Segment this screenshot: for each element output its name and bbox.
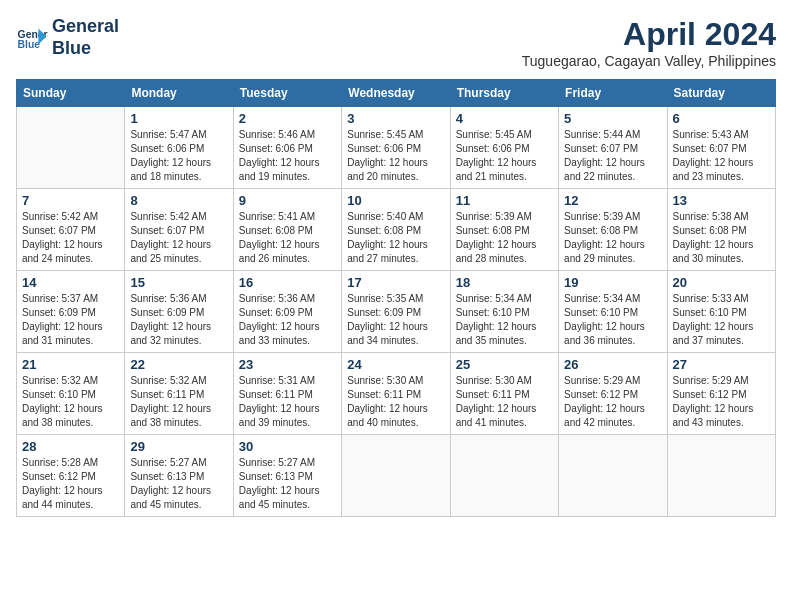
day-info: Sunrise: 5:41 AM Sunset: 6:08 PM Dayligh… [239, 210, 336, 266]
day-cell: 19Sunrise: 5:34 AM Sunset: 6:10 PM Dayli… [559, 271, 667, 353]
day-number: 7 [22, 193, 119, 208]
day-number: 29 [130, 439, 227, 454]
day-cell [559, 435, 667, 517]
day-number: 6 [673, 111, 770, 126]
day-info: Sunrise: 5:36 AM Sunset: 6:09 PM Dayligh… [130, 292, 227, 348]
day-number: 30 [239, 439, 336, 454]
day-number: 2 [239, 111, 336, 126]
day-info: Sunrise: 5:27 AM Sunset: 6:13 PM Dayligh… [239, 456, 336, 512]
day-info: Sunrise: 5:30 AM Sunset: 6:11 PM Dayligh… [347, 374, 444, 430]
day-info: Sunrise: 5:30 AM Sunset: 6:11 PM Dayligh… [456, 374, 553, 430]
day-cell: 1Sunrise: 5:47 AM Sunset: 6:06 PM Daylig… [125, 107, 233, 189]
month-title: April 2024 [522, 16, 776, 53]
day-number: 20 [673, 275, 770, 290]
day-info: Sunrise: 5:34 AM Sunset: 6:10 PM Dayligh… [564, 292, 661, 348]
day-number: 11 [456, 193, 553, 208]
day-info: Sunrise: 5:45 AM Sunset: 6:06 PM Dayligh… [456, 128, 553, 184]
day-cell: 21Sunrise: 5:32 AM Sunset: 6:10 PM Dayli… [17, 353, 125, 435]
day-info: Sunrise: 5:29 AM Sunset: 6:12 PM Dayligh… [673, 374, 770, 430]
day-number: 17 [347, 275, 444, 290]
day-info: Sunrise: 5:45 AM Sunset: 6:06 PM Dayligh… [347, 128, 444, 184]
day-info: Sunrise: 5:42 AM Sunset: 6:07 PM Dayligh… [22, 210, 119, 266]
day-info: Sunrise: 5:39 AM Sunset: 6:08 PM Dayligh… [564, 210, 661, 266]
day-number: 12 [564, 193, 661, 208]
day-info: Sunrise: 5:39 AM Sunset: 6:08 PM Dayligh… [456, 210, 553, 266]
day-cell [342, 435, 450, 517]
day-info: Sunrise: 5:38 AM Sunset: 6:08 PM Dayligh… [673, 210, 770, 266]
day-cell: 24Sunrise: 5:30 AM Sunset: 6:11 PM Dayli… [342, 353, 450, 435]
weekday-header-tuesday: Tuesday [233, 80, 341, 107]
day-number: 10 [347, 193, 444, 208]
day-number: 1 [130, 111, 227, 126]
day-number: 22 [130, 357, 227, 372]
day-number: 28 [22, 439, 119, 454]
day-cell: 30Sunrise: 5:27 AM Sunset: 6:13 PM Dayli… [233, 435, 341, 517]
day-cell: 6Sunrise: 5:43 AM Sunset: 6:07 PM Daylig… [667, 107, 775, 189]
day-cell [667, 435, 775, 517]
day-info: Sunrise: 5:32 AM Sunset: 6:11 PM Dayligh… [130, 374, 227, 430]
day-cell: 8Sunrise: 5:42 AM Sunset: 6:07 PM Daylig… [125, 189, 233, 271]
day-cell: 23Sunrise: 5:31 AM Sunset: 6:11 PM Dayli… [233, 353, 341, 435]
day-info: Sunrise: 5:40 AM Sunset: 6:08 PM Dayligh… [347, 210, 444, 266]
weekday-header-thursday: Thursday [450, 80, 558, 107]
day-number: 16 [239, 275, 336, 290]
day-number: 26 [564, 357, 661, 372]
day-number: 4 [456, 111, 553, 126]
day-number: 14 [22, 275, 119, 290]
day-info: Sunrise: 5:33 AM Sunset: 6:10 PM Dayligh… [673, 292, 770, 348]
week-row-5: 28Sunrise: 5:28 AM Sunset: 6:12 PM Dayli… [17, 435, 776, 517]
day-info: Sunrise: 5:36 AM Sunset: 6:09 PM Dayligh… [239, 292, 336, 348]
day-number: 9 [239, 193, 336, 208]
day-cell: 29Sunrise: 5:27 AM Sunset: 6:13 PM Dayli… [125, 435, 233, 517]
day-number: 5 [564, 111, 661, 126]
day-number: 21 [22, 357, 119, 372]
day-cell: 16Sunrise: 5:36 AM Sunset: 6:09 PM Dayli… [233, 271, 341, 353]
day-number: 18 [456, 275, 553, 290]
day-info: Sunrise: 5:29 AM Sunset: 6:12 PM Dayligh… [564, 374, 661, 430]
day-cell: 18Sunrise: 5:34 AM Sunset: 6:10 PM Dayli… [450, 271, 558, 353]
title-block: April 2024 Tuguegarao, Cagayan Valley, P… [522, 16, 776, 69]
day-cell: 14Sunrise: 5:37 AM Sunset: 6:09 PM Dayli… [17, 271, 125, 353]
day-number: 15 [130, 275, 227, 290]
location-title: Tuguegarao, Cagayan Valley, Philippines [522, 53, 776, 69]
day-cell: 20Sunrise: 5:33 AM Sunset: 6:10 PM Dayli… [667, 271, 775, 353]
day-info: Sunrise: 5:35 AM Sunset: 6:09 PM Dayligh… [347, 292, 444, 348]
calendar-table: SundayMondayTuesdayWednesdayThursdayFrid… [16, 79, 776, 517]
day-number: 24 [347, 357, 444, 372]
day-cell: 3Sunrise: 5:45 AM Sunset: 6:06 PM Daylig… [342, 107, 450, 189]
week-row-4: 21Sunrise: 5:32 AM Sunset: 6:10 PM Dayli… [17, 353, 776, 435]
day-number: 25 [456, 357, 553, 372]
weekday-header-sunday: Sunday [17, 80, 125, 107]
day-cell: 5Sunrise: 5:44 AM Sunset: 6:07 PM Daylig… [559, 107, 667, 189]
day-number: 8 [130, 193, 227, 208]
day-number: 27 [673, 357, 770, 372]
day-info: Sunrise: 5:27 AM Sunset: 6:13 PM Dayligh… [130, 456, 227, 512]
week-row-2: 7Sunrise: 5:42 AM Sunset: 6:07 PM Daylig… [17, 189, 776, 271]
day-cell: 15Sunrise: 5:36 AM Sunset: 6:09 PM Dayli… [125, 271, 233, 353]
weekday-header-friday: Friday [559, 80, 667, 107]
day-cell: 13Sunrise: 5:38 AM Sunset: 6:08 PM Dayli… [667, 189, 775, 271]
day-info: Sunrise: 5:43 AM Sunset: 6:07 PM Dayligh… [673, 128, 770, 184]
day-number: 19 [564, 275, 661, 290]
day-cell: 9Sunrise: 5:41 AM Sunset: 6:08 PM Daylig… [233, 189, 341, 271]
weekday-header-row: SundayMondayTuesdayWednesdayThursdayFrid… [17, 80, 776, 107]
day-cell [17, 107, 125, 189]
day-cell [450, 435, 558, 517]
day-cell: 12Sunrise: 5:39 AM Sunset: 6:08 PM Dayli… [559, 189, 667, 271]
day-cell: 25Sunrise: 5:30 AM Sunset: 6:11 PM Dayli… [450, 353, 558, 435]
day-info: Sunrise: 5:34 AM Sunset: 6:10 PM Dayligh… [456, 292, 553, 348]
logo-text: General Blue [52, 16, 119, 59]
day-cell: 17Sunrise: 5:35 AM Sunset: 6:09 PM Dayli… [342, 271, 450, 353]
week-row-1: 1Sunrise: 5:47 AM Sunset: 6:06 PM Daylig… [17, 107, 776, 189]
logo-icon: General Blue [16, 22, 48, 54]
day-info: Sunrise: 5:32 AM Sunset: 6:10 PM Dayligh… [22, 374, 119, 430]
day-cell: 28Sunrise: 5:28 AM Sunset: 6:12 PM Dayli… [17, 435, 125, 517]
day-info: Sunrise: 5:37 AM Sunset: 6:09 PM Dayligh… [22, 292, 119, 348]
day-number: 23 [239, 357, 336, 372]
day-cell: 22Sunrise: 5:32 AM Sunset: 6:11 PM Dayli… [125, 353, 233, 435]
svg-text:Blue: Blue [18, 39, 41, 50]
page-header: General Blue General Blue April 2024 Tug… [16, 16, 776, 69]
day-info: Sunrise: 5:31 AM Sunset: 6:11 PM Dayligh… [239, 374, 336, 430]
day-cell: 2Sunrise: 5:46 AM Sunset: 6:06 PM Daylig… [233, 107, 341, 189]
weekday-header-wednesday: Wednesday [342, 80, 450, 107]
